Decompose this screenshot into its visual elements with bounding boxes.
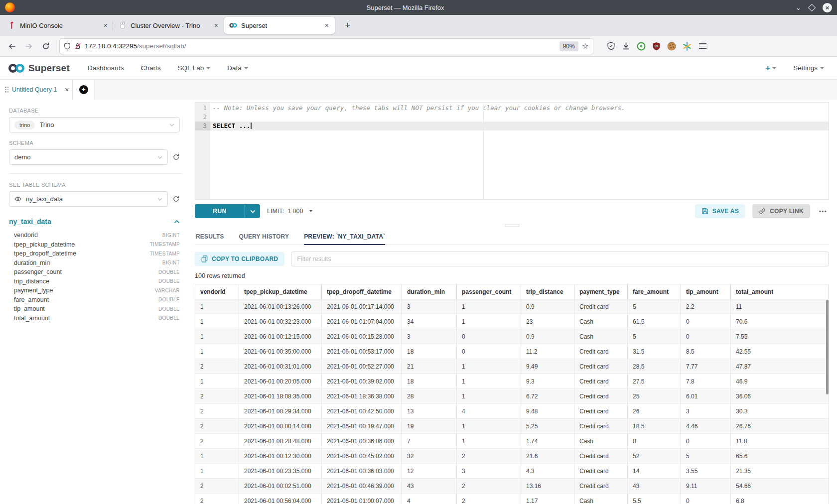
nav-item-charts[interactable]: Charts xyxy=(141,64,161,72)
cell: 25 xyxy=(628,389,681,404)
cell: 1 xyxy=(195,449,239,464)
run-options-button[interactable] xyxy=(245,204,260,218)
column-name: tpep_dropoff_datetime xyxy=(14,250,150,257)
new-tab-button[interactable]: + xyxy=(342,20,353,31)
schema-label: SCHEMA xyxy=(9,140,180,146)
sql-editor[interactable]: 1 2 3 -- Note: Unless you save your quer… xyxy=(195,102,829,200)
chevron-up-icon[interactable] xyxy=(174,220,180,224)
cell: 7.55 xyxy=(731,329,829,344)
tracking-shield-icon[interactable] xyxy=(64,42,71,50)
copy-link-button[interactable]: COPY LINK xyxy=(752,204,810,218)
run-button[interactable]: RUN xyxy=(195,204,245,218)
cell: 2021-06-01 18:08:35.000 xyxy=(239,389,322,404)
pane-resize-handle[interactable] xyxy=(195,223,829,229)
cell: 1 xyxy=(195,464,239,479)
tab-close-icon[interactable]: × xyxy=(213,21,219,29)
column-header[interactable]: duration_min xyxy=(402,284,457,299)
column-name: payment_type xyxy=(14,287,155,294)
nav-item-dashboards[interactable]: Dashboards xyxy=(88,64,124,72)
refresh-tables-icon[interactable] xyxy=(172,195,180,203)
limit-dropdown[interactable]: LIMIT: 1 000 xyxy=(267,208,312,215)
forward-button[interactable] xyxy=(22,39,36,53)
table-select[interactable]: ny_taxi_data xyxy=(9,191,168,207)
cell: 18 xyxy=(402,344,457,359)
more-options-button[interactable]: ••• xyxy=(817,208,829,214)
database-select[interactable]: trino Trino xyxy=(9,117,180,132)
cookie-icon[interactable] xyxy=(667,42,676,51)
cell: 19 xyxy=(402,419,457,434)
insecure-lock-icon[interactable] xyxy=(74,42,81,50)
window-close-icon[interactable]: × xyxy=(823,3,832,12)
zoom-level-badge[interactable]: 90% xyxy=(559,41,578,51)
copy-to-clipboard-button[interactable]: COPY TO CLIPBOARD xyxy=(195,252,284,266)
column-header[interactable]: total_amount xyxy=(731,284,829,299)
column-header[interactable]: tpep_dropoff_datetime xyxy=(322,284,402,299)
chevron-down-icon xyxy=(772,67,776,69)
column-header[interactable]: tpep_pickup_datetime xyxy=(239,284,322,299)
downloads-icon[interactable] xyxy=(622,42,630,50)
cell: Cash xyxy=(574,494,628,504)
cell: 2021-06-01 00:31:01.000 xyxy=(239,359,322,374)
query-tab-active[interactable]: Untitled Query 1 × xyxy=(0,80,73,100)
nav-item-data[interactable]: Data xyxy=(227,64,248,72)
column-header[interactable]: passenger_count xyxy=(457,284,521,299)
tab-preview[interactable]: PREVIEW: `NY_TAXI_DATA` xyxy=(304,229,385,245)
browser-tab-superset[interactable]: Superset × xyxy=(224,17,335,34)
column-header[interactable]: trip_distance xyxy=(521,284,574,299)
add-new-button[interactable]: + xyxy=(765,63,776,73)
cell: 2 xyxy=(195,389,239,404)
chevron-down-icon xyxy=(157,198,162,201)
editor-code[interactable]: -- Note: Unless you save your query, the… xyxy=(210,103,829,199)
add-query-tab-button[interactable]: + xyxy=(79,85,88,94)
editor-gutter: 1 2 3 xyxy=(195,103,210,199)
cell: 1 xyxy=(195,299,239,314)
tab-close-icon[interactable]: × xyxy=(324,21,330,29)
filter-results-input[interactable] xyxy=(291,252,829,266)
menu-icon[interactable] xyxy=(698,42,707,50)
settings-menu[interactable]: Settings xyxy=(793,64,824,72)
tab-close-icon[interactable]: × xyxy=(103,21,109,29)
ublock-shield-icon[interactable]: u0 xyxy=(652,42,661,51)
url-bar[interactable]: 172.18.0.4:32295/superset/sqllab/ 90% ☆ xyxy=(60,39,593,54)
cell: 52 xyxy=(628,449,681,464)
cell: 28.5 xyxy=(628,359,681,374)
column-header[interactable]: tip_amount xyxy=(681,284,731,299)
results-body: 1 2021-06-01 00:13:26.000 2021-06-01 00:… xyxy=(195,299,829,504)
column-header[interactable]: payment_type xyxy=(574,284,628,299)
schema-select[interactable]: demo xyxy=(9,149,168,165)
table-schema-title[interactable]: ny_taxi_data xyxy=(9,218,174,226)
cell: 1 xyxy=(457,434,521,449)
cell: 3 xyxy=(457,464,521,479)
browser-tab-trino[interactable]: Cluster Overview - Trino × xyxy=(114,17,224,34)
tab-results[interactable]: RESULTS xyxy=(196,229,224,245)
window-maximize-icon[interactable] xyxy=(808,3,816,11)
editor-comment-line: -- Note: Unless you save your query, the… xyxy=(210,104,829,113)
column-name: total_amount xyxy=(14,315,158,322)
window-titlebar: Superset — Mozilla Firefox ⌄ × xyxy=(0,0,837,15)
cell: Cash xyxy=(574,329,628,344)
bookmark-star-icon[interactable]: ☆ xyxy=(582,41,589,51)
query-tab-close-icon[interactable]: × xyxy=(65,86,69,94)
refresh-schema-icon[interactable] xyxy=(172,153,180,161)
extension-asterisk-icon[interactable] xyxy=(683,42,692,51)
superset-logo[interactable]: Superset xyxy=(8,63,70,74)
extension-green-icon[interactable] xyxy=(637,42,646,51)
column-header[interactable]: fare_amount xyxy=(628,284,681,299)
cell: 1 xyxy=(457,374,521,389)
save-as-button[interactable]: SAVE AS xyxy=(695,204,745,218)
window-minimize-icon[interactable]: ⌄ xyxy=(796,4,801,11)
cell: 2 xyxy=(195,419,239,434)
reload-button[interactable] xyxy=(39,39,53,53)
table-row: 2 2021-06-01 00:28:48.000 2021-06-01 00:… xyxy=(195,434,829,449)
back-button[interactable] xyxy=(5,39,19,53)
column-header[interactable]: vendorid xyxy=(195,284,239,299)
pocket-shield-icon[interactable] xyxy=(607,42,615,50)
cell: 9.11 xyxy=(681,479,731,494)
table-row: 2 2021-06-01 00:56:04.000 2021-06-01 01:… xyxy=(195,494,829,504)
cell: 2021-06-01 00:12:15.000 xyxy=(239,329,322,344)
table-scrollbar-thumb[interactable] xyxy=(826,300,829,394)
nav-item-sql-lab[interactable]: SQL Lab xyxy=(177,64,210,72)
tab-query-history[interactable]: QUERY HISTORY xyxy=(239,229,289,245)
browser-tab-minio[interactable]: MinIO Console × xyxy=(3,17,114,34)
drag-handle-icon[interactable] xyxy=(5,87,8,93)
